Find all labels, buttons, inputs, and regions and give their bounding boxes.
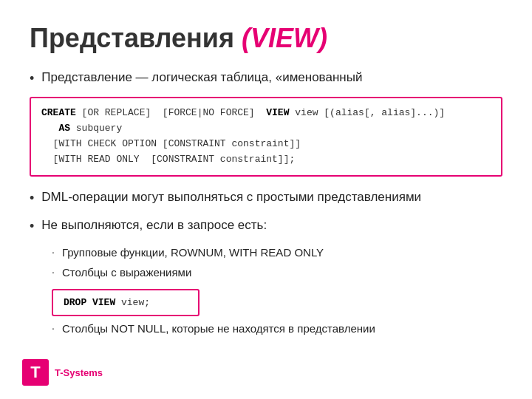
sub-bullet-2-container: · Столбцы с выражениями DROP VIEW view; bbox=[30, 265, 502, 321]
title-highlight: (VIEW) bbox=[242, 23, 327, 53]
code-keyword-as: AS bbox=[41, 123, 70, 134]
code-box-create: CREATE [OR REPLACE] [FORCE|NO FORCE] VIE… bbox=[30, 97, 502, 176]
slide-title: Представления (VIEW) bbox=[30, 22, 502, 54]
code-keyword-create: CREATE bbox=[41, 107, 76, 118]
bullet-1: • Представление — логическая таблица, «и… bbox=[30, 69, 502, 88]
logo-area: T T-Systems bbox=[22, 359, 103, 386]
sub-bullet-icon-1: · bbox=[52, 245, 55, 260]
bullet-3-text: Не выполняются, если в запросе есть: bbox=[41, 216, 267, 234]
t-logo-letter: T bbox=[30, 364, 40, 381]
bullet-icon-1: • bbox=[30, 69, 34, 88]
sub-bullet-icon-3: · bbox=[52, 321, 55, 336]
t-logo-box: T bbox=[22, 359, 49, 386]
bullet-1-text: Представление — логическая таблица, «име… bbox=[41, 69, 362, 86]
bullet-icon-3: • bbox=[30, 217, 34, 236]
sub-bullet-icon-2: · bbox=[52, 265, 55, 280]
sub-bullet-1: · Групповые функции, ROWNUM, WITH READ O… bbox=[52, 245, 502, 260]
sub-bullet-1-text: Групповые функции, ROWNUM, WITH READ ONL… bbox=[62, 245, 324, 260]
code-keyword-view: VIEW bbox=[266, 107, 289, 118]
bullet-2: • DML-операции могут выполняться с прост… bbox=[30, 188, 502, 208]
title-prefix: Представления bbox=[30, 23, 242, 53]
code-keyword-drop: DROP VIEW bbox=[64, 297, 115, 308]
bullet-icon-2: • bbox=[30, 189, 34, 208]
bullet-2-text: DML-операции могут выполняться с простым… bbox=[41, 188, 421, 206]
slide: Представления (VIEW) • Представление — л… bbox=[0, 0, 532, 399]
sub-bullet-2-text: Столбцы с выражениями bbox=[62, 265, 191, 280]
sub-bullet-3-text: Столбцы NOT NULL, которые не находятся в… bbox=[62, 321, 375, 336]
code-box-drop: DROP VIEW view; bbox=[52, 289, 200, 317]
logo-label: T-Systems bbox=[55, 367, 103, 378]
sub-bullet-2: · Столбцы с выражениями bbox=[52, 265, 502, 280]
sub-bullet-3: · Столбцы NOT NULL, которые не находятся… bbox=[52, 321, 502, 336]
bullet-3: • Не выполняются, если в запросе есть: bbox=[30, 216, 502, 236]
